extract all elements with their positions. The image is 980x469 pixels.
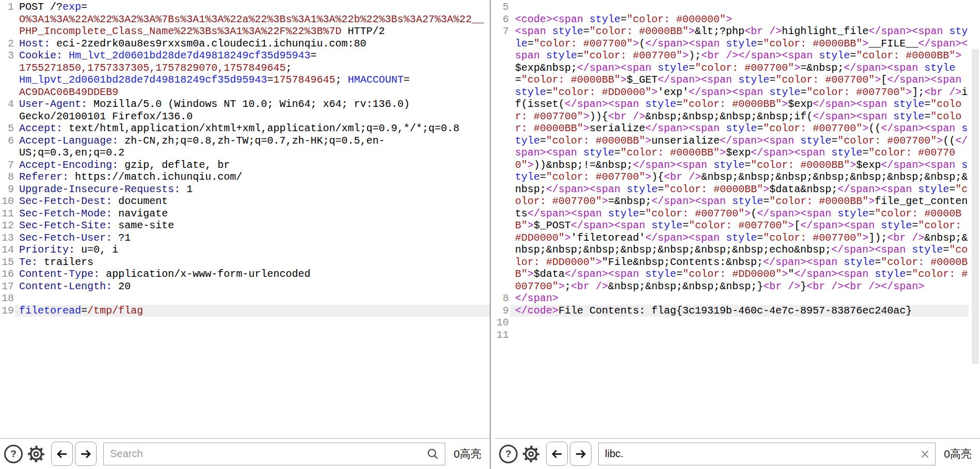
editor-line: 4User-Agent: Mozilla/5.0 (Windows NT 10.… <box>0 98 490 122</box>
editor-line: 15Te: trailers <box>0 256 490 269</box>
response-highlight-count: 0高亮 <box>944 447 972 461</box>
line-content: <code><span style="color: #000000"> <box>510 13 969 26</box>
line-content <box>15 292 490 305</box>
editor-line: 1POST /?exp=O%3A1%3A%22A%22%3A2%3A%7Bs%3… <box>0 1 490 38</box>
vertical-scrollbar-thumb[interactable] <box>972 49 979 364</box>
next-match-button[interactable] <box>570 442 592 466</box>
help-button[interactable]: ? <box>499 445 518 463</box>
line-number: 18 <box>0 292 15 305</box>
line-number: 10 <box>495 317 510 329</box>
line-content: Accept-Encoding: gzip, deflate, br <box>15 159 490 171</box>
line-number: 11 <box>495 329 510 341</box>
line-content: Upgrade-Insecure-Requests: 1 <box>15 183 490 196</box>
line-content: Content-Type: application/x-www-form-url… <box>15 268 490 280</box>
line-content: Sec-Fetch-Dest: document <box>15 195 490 208</box>
response-search-box: × <box>598 443 936 465</box>
line-number: 9 <box>495 305 510 317</box>
editor-line: 12Sec-Fetch-Site: same-site <box>0 220 490 232</box>
request-editor[interactable]: 1POST /?exp=O%3A1%3A%22A%22%3A2%3A%7Bs%3… <box>0 1 490 438</box>
response-search-input[interactable] <box>604 447 920 460</box>
line-number: 7 <box>495 25 510 292</box>
request-content: 1POST /?exp=O%3A1%3A%22A%22%3A2%3A%7Bs%3… <box>0 0 490 438</box>
editor-line: 9Upgrade-Insecure-Requests: 1 <box>0 183 490 196</box>
line-number: 13 <box>0 232 15 244</box>
editor-line: 8</span> <box>495 292 980 305</box>
editor-line: 7<span style="color: #0000BB">&lt;?php<b… <box>495 25 980 292</box>
editor-line: 7Accept-Encoding: gzip, deflate, br <box>0 159 490 171</box>
settings-button[interactable] <box>521 444 541 464</box>
line-content <box>510 1 969 13</box>
line-content: filetoread=/tmp/flag <box>15 305 490 317</box>
editor-line: 10 <box>495 317 980 329</box>
prev-match-button[interactable] <box>51 442 73 466</box>
editor-line: 11 <box>495 329 980 341</box>
line-number: 17 <box>0 280 15 293</box>
line-number: 5 <box>0 122 15 135</box>
line-content: Accept: text/html,application/xhtml+xml,… <box>15 122 490 135</box>
editor-line: 2Host: eci-2zedrk0au8es9rxxsm0a.cloudeci… <box>0 38 490 50</box>
request-highlight-count: 0高亮 <box>454 447 481 461</box>
line-content: User-Agent: Mozilla/5.0 (Windows NT 10.0… <box>15 98 490 122</box>
line-content: Host: eci-2zedrk0au8es9rxxsm0a.cloudeci1… <box>15 38 490 50</box>
editor-line: 16Content-Type: application/x-www-form-u… <box>0 268 490 280</box>
line-number: 19 <box>0 305 15 317</box>
request-panel: 1POST /?exp=O%3A1%3A%22A%22%3A2%3A%7Bs%3… <box>0 0 490 469</box>
line-content <box>510 329 969 341</box>
line-number: 7 <box>0 159 15 171</box>
line-content: <span style="color: #0000BB">&lt;?php<br… <box>510 25 969 292</box>
line-content: </code>File Contents: flag{3c19319b-460c… <box>510 305 969 317</box>
editor-line: 8Referer: https://match.ichunqiu.com/ <box>0 171 490 183</box>
line-content: Priority: u=0, i <box>15 244 490 256</box>
editor-line: 6Accept-Language: zh-CN,zh;q=0.8,zh-TW;q… <box>0 135 490 159</box>
help-icon: ? <box>10 448 17 460</box>
gear-icon <box>521 444 541 464</box>
editor-line: 17Content-Length: 20 <box>0 280 490 293</box>
message-editor-window: 1POST /?exp=O%3A1%3A%22A%22%3A2%3A%7Bs%3… <box>0 0 980 469</box>
editor-line: 5Accept: text/html,application/xhtml+xml… <box>0 122 490 135</box>
line-number: 14 <box>0 244 15 256</box>
next-match-button[interactable] <box>75 442 97 466</box>
line-content: Sec-Fetch-Site: same-site <box>15 220 490 232</box>
line-number: 5 <box>495 1 510 13</box>
editor-line: 13Sec-Fetch-User: ?1 <box>0 232 490 244</box>
line-content: Accept-Language: zh-CN,zh;q=0.8,zh-TW;q=… <box>15 135 490 159</box>
line-content: Te: trailers <box>15 256 490 269</box>
arrow-right-icon <box>80 449 92 459</box>
help-icon: ? <box>505 448 511 460</box>
editor-line: 6<code><span style="color: #000000"> <box>495 13 980 26</box>
line-number: 15 <box>0 256 15 269</box>
line-number: 1 <box>0 1 15 38</box>
panel-divider <box>490 0 495 469</box>
editor-line: 18 <box>0 292 490 305</box>
editor-line: 10Sec-Fetch-Dest: document <box>0 195 490 208</box>
editor-line: 14Priority: u=0, i <box>0 244 490 256</box>
line-content: Referer: https://match.ichunqiu.com/ <box>15 171 490 183</box>
editor-line: 5 <box>495 1 980 13</box>
line-content: Content-Length: 20 <box>15 280 490 293</box>
editor-line: 19filetoread=/tmp/flag <box>0 305 490 317</box>
gear-icon <box>26 444 46 464</box>
line-number: 6 <box>0 135 15 159</box>
line-number: 12 <box>0 220 15 232</box>
settings-button[interactable] <box>26 444 46 464</box>
line-number: 16 <box>0 268 15 280</box>
line-content <box>510 317 969 329</box>
response-content: 56<code><span style="color: #000000">7<s… <box>495 0 980 438</box>
prev-match-button[interactable] <box>546 442 568 466</box>
line-number: 2 <box>0 38 15 50</box>
response-panel: 56<code><span style="color: #000000">7<s… <box>495 0 980 469</box>
line-content: POST /?exp=O%3A1%3A%22A%22%3A2%3A%7Bs%3A… <box>15 1 490 38</box>
request-search-box <box>103 443 445 465</box>
line-number: 8 <box>495 292 510 305</box>
arrow-left-icon <box>551 449 563 459</box>
arrow-left-icon <box>56 449 68 459</box>
help-button[interactable]: ? <box>4 445 23 463</box>
line-content: Cookie: Hm_lvt_2d0601bd28de7d49818249cf3… <box>15 50 490 98</box>
arrow-right-icon <box>574 449 587 459</box>
request-search-input[interactable] <box>109 447 426 460</box>
response-editor[interactable]: 56<code><span style="color: #000000">7<s… <box>495 1 980 438</box>
editor-line: 9</code>File Contents: flag{3c19319b-460… <box>495 305 980 317</box>
line-content: </span> <box>510 292 969 305</box>
clear-search-icon[interactable]: × <box>920 448 930 460</box>
line-number: 6 <box>495 13 510 26</box>
